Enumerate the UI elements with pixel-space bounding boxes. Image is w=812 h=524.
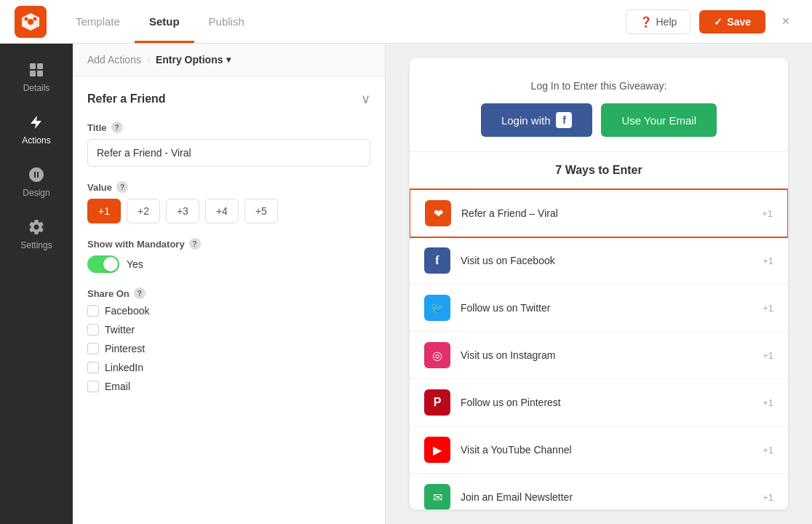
sidebar-item-details-label: Details [23,83,50,93]
sidebar-item-design[interactable]: Design [0,156,73,208]
entry-item-facebook[interactable]: f Visit us on Facebook +1 [410,237,788,285]
share-on-help-icon[interactable]: ? [134,287,146,299]
entry-item-email[interactable]: ✉ Join an Email Newsletter +1 [410,474,788,509]
svg-point-3 [33,17,37,20]
share-options: Facebook Twitter Pinterest LinkedIn [87,305,370,392]
share-linkedin[interactable]: LinkedIn [87,362,370,373]
entry-points-twitter: +1 [763,303,773,314]
preview-card: Log In to Enter this Giveaway: Login wit… [410,58,788,509]
login-section: Log In to Enter this Giveaway: Login wit… [410,58,788,152]
logo [15,6,47,38]
left-panel: Add Actions › Entry Options ▾ Refer a Fr… [73,44,386,524]
value-help-icon[interactable]: ? [116,181,128,193]
entry-label-facebook: Visit us on Facebook [461,255,752,266]
email-entry-icon: ✉ [424,484,450,509]
entry-points-facebook: +1 [763,255,773,266]
share-email[interactable]: Email [87,381,370,392]
mandatory-toggle[interactable] [87,255,119,273]
collapse-button[interactable]: ∨ [361,91,370,107]
entry-item-instagram[interactable]: ◎ Visit us on Instagram +1 [410,332,788,379]
sidebar-item-details[interactable]: Details [0,51,73,103]
entry-points-refer: +1 [762,208,773,219]
save-button[interactable]: ✓ Save [699,10,765,33]
entry-label-pinterest: Follow us on Pinterest [461,397,752,408]
svg-point-2 [25,17,28,20]
value-btn-1[interactable]: +1 [87,199,121,223]
value-btn-5[interactable]: +5 [244,199,278,223]
entry-label-twitter: Follow us on Twitter [461,302,752,314]
sidebar-item-design-label: Design [23,188,49,198]
value-btn-2[interactable]: +2 [127,199,160,223]
help-circle-icon: ❓ [640,16,652,28]
facebook-checkbox[interactable] [87,305,99,317]
pinterest-checkbox[interactable] [87,343,99,354]
title-form-group: Title ? [87,122,370,167]
pinterest-entry-icon: P [424,389,450,416]
main-layout: Details Actions Design Settings Add Acti… [0,44,812,524]
toggle-row: Yes [87,255,370,273]
close-button[interactable]: × [774,10,797,33]
entry-points-email: +1 [763,492,773,503]
youtube-entry-icon: ▶ [424,437,450,463]
ways-header: 7 Ways to Enter [410,152,788,189]
entry-item-twitter[interactable]: 🐦 Follow us on Twitter +1 [410,285,788,332]
check-icon: ✓ [714,16,723,28]
value-label: Value ? [87,181,370,193]
facebook-icon: f [556,112,572,128]
svg-rect-7 [37,71,43,76]
sidebar-item-actions[interactable]: Actions [0,103,73,156]
linkedin-checkbox[interactable] [87,362,99,373]
mandatory-form-group: Show with Mandatory ? Yes [87,238,370,273]
entry-points-pinterest: +1 [763,397,773,408]
section-header: Refer a Friend ∨ [87,91,370,107]
entry-label-email: Join an Email Newsletter [461,491,752,503]
panel-content: Refer a Friend ∨ Title ? Value ? +1 +2 [73,76,385,524]
share-pinterest[interactable]: Pinterest [87,343,370,354]
title-label: Title ? [87,122,370,133]
entry-list: ❤ Refer a Friend – Viral +1 f Visit us o… [410,188,788,509]
entry-item-pinterest[interactable]: P Follow us on Pinterest +1 [410,379,788,426]
share-facebook[interactable]: Facebook [87,305,370,317]
mandatory-label: Show with Mandatory ? [87,238,370,250]
breadcrumb-add-actions[interactable]: Add Actions [87,54,141,66]
nav-tabs: Template Setup Publish [61,0,259,43]
help-button[interactable]: ❓ Help [626,9,691,34]
section-title: Refer a Friend [87,92,166,106]
title-help-icon[interactable]: ? [111,122,123,133]
value-buttons: +1 +2 +3 +4 +5 [87,199,370,223]
breadcrumb-entry-options[interactable]: Entry Options ▾ [156,54,231,66]
svg-rect-6 [30,71,36,76]
share-on-form-group: Share On ? Facebook Twitter Pinterest [87,287,370,392]
entry-item-refer[interactable]: ❤ Refer a Friend – Viral +1 [410,188,788,238]
value-btn-3[interactable]: +3 [166,199,199,223]
svg-rect-4 [30,63,36,69]
login-prompt: Log In to Enter this Giveaway: [424,80,773,92]
top-nav: Template Setup Publish ❓ Help ✓ Save × [0,0,812,44]
sidebar-item-actions-label: Actions [22,135,50,146]
email-checkbox[interactable] [87,381,99,392]
entry-label-refer: Refer a Friend – Viral [461,207,752,219]
login-buttons: Login with f Use Your Email [424,103,773,137]
chevron-down-icon: ▾ [226,55,231,65]
tab-publish[interactable]: Publish [194,0,259,43]
value-form-group: Value ? +1 +2 +3 +4 +5 [87,181,370,223]
mandatory-help-icon[interactable]: ? [189,238,201,250]
breadcrumb: Add Actions › Entry Options ▾ [73,44,385,76]
breadcrumb-arrow-icon: › [147,55,150,65]
refer-icon: ❤ [425,200,451,226]
entry-item-youtube[interactable]: ▶ Visit a YouTube Channel +1 [410,426,788,474]
login-email-button[interactable]: Use Your Email [601,103,717,137]
tab-setup[interactable]: Setup [135,0,194,43]
right-panel: Log In to Enter this Giveaway: Login wit… [386,44,812,524]
title-input[interactable] [87,139,370,167]
sidebar: Details Actions Design Settings [0,44,73,524]
sidebar-item-settings[interactable]: Settings [0,208,73,261]
twitter-checkbox[interactable] [87,324,99,336]
value-btn-4[interactable]: +4 [205,199,239,223]
login-facebook-button[interactable]: Login with f [481,103,593,137]
share-twitter[interactable]: Twitter [87,324,370,336]
entry-points-instagram: +1 [763,350,773,361]
sidebar-item-settings-label: Settings [20,240,52,250]
tab-template[interactable]: Template [61,0,135,43]
facebook-entry-icon: f [424,247,450,274]
